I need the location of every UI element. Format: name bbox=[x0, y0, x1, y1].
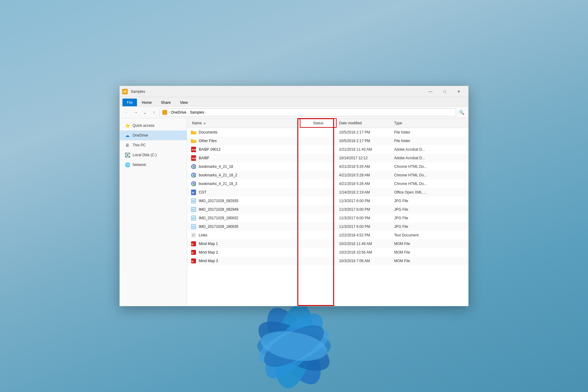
file-date-cell: 10/14/2017 12:12 bbox=[337, 156, 392, 160]
window-controls: — □ ✕ bbox=[424, 86, 466, 97]
file-date-cell: 10/3/2018 7:06 AM bbox=[337, 259, 392, 263]
up-button[interactable]: ↑ bbox=[150, 109, 158, 116]
table-row[interactable]: bookmarks_4_21_18_24/21/2018 5:28 AMChro… bbox=[187, 171, 468, 179]
file-name-text: CGT bbox=[199, 190, 206, 194]
tab-home[interactable]: Home bbox=[137, 98, 156, 106]
col-name-header[interactable]: Name ▲ bbox=[190, 121, 300, 125]
svg-text:JPG: JPG bbox=[192, 200, 195, 202]
sidebar-label-local-disk: Local Disk (C:) bbox=[133, 153, 157, 157]
svg-text:M: M bbox=[191, 243, 194, 246]
recent-locations-button[interactable]: ⌄ bbox=[141, 109, 149, 116]
file-date-cell: 11/3/2017 6:00 PM bbox=[337, 224, 392, 229]
file-list: Name ▲ Status Date modified Type Documen… bbox=[187, 118, 468, 265]
file-name-text: Other Files bbox=[199, 139, 217, 143]
table-row[interactable]: PDFBAIBF10/14/2017 12:12Adobe Acrobat D.… bbox=[187, 154, 468, 162]
table-row[interactable]: Links1/22/2018 4:52 PMText Document bbox=[187, 231, 468, 239]
search-button[interactable]: 🔍 bbox=[458, 109, 465, 116]
back-button[interactable]: ← bbox=[123, 109, 130, 116]
table-row[interactable]: MMind Map 310/3/2018 7:06 AMMOM File bbox=[187, 257, 468, 265]
close-button[interactable]: ✕ bbox=[452, 86, 466, 97]
file-type-cell: Adobe Acrobat D... bbox=[392, 156, 466, 160]
sidebar: ⭐ Quick access ☁ OneDrive 🖥 This PC 💽 Lo… bbox=[120, 118, 187, 306]
sidebar-label-network: Network bbox=[133, 163, 146, 167]
file-date-cell: 2/21/2018 11:43 AM bbox=[337, 147, 392, 152]
svg-text:PDF: PDF bbox=[192, 157, 196, 160]
svg-text:JPG: JPG bbox=[192, 217, 195, 219]
svg-rect-9 bbox=[191, 140, 196, 143]
title-folder-icon: 📁 bbox=[122, 89, 128, 94]
table-row[interactable]: JPGIMG_20171029_09293511/3/2017 6:00 PMJ… bbox=[187, 197, 468, 205]
file-type-cell: Text Document bbox=[392, 233, 466, 237]
table-row[interactable]: bookmarks_4_21_184/21/2018 5:26 AMChrome… bbox=[187, 162, 468, 171]
file-name-text: IMG_20171029_180035 bbox=[199, 224, 238, 229]
quick-access-icon: ⭐ bbox=[125, 123, 130, 128]
explorer-window: 📁 Samples — □ ✕ File Home Share View ← bbox=[119, 86, 469, 306]
file-icon: JPG bbox=[191, 215, 196, 221]
file-date-cell: 10/2/2018 10:56 AM bbox=[337, 250, 392, 254]
table-row[interactable]: PDFBAIBF 090122/21/2018 11:43 AMAdobe Ac… bbox=[187, 145, 468, 154]
file-name-text: Mind Map 3 bbox=[199, 259, 218, 263]
svg-text:W: W bbox=[192, 191, 194, 194]
table-row[interactable]: WCGT1/14/2018 2:19 AMOffice Open XML ... bbox=[187, 188, 468, 197]
tab-view[interactable]: View bbox=[175, 98, 192, 106]
file-type-cell: Chrome HTML Do... bbox=[392, 182, 466, 186]
file-icon: PDF bbox=[191, 155, 196, 161]
path-folder-icon bbox=[162, 110, 167, 115]
file-icon: JPG bbox=[191, 207, 196, 212]
sidebar-item-quick-access[interactable]: ⭐ Quick access bbox=[120, 121, 187, 130]
tab-share[interactable]: Share bbox=[156, 98, 175, 106]
file-icon: M bbox=[191, 241, 196, 247]
table-row[interactable]: MMind Map 110/2/2018 11:49 AMMOM File bbox=[187, 239, 468, 248]
file-list-header: Name ▲ Status Date modified Type bbox=[187, 118, 468, 128]
sidebar-item-network[interactable]: 🌐 Network bbox=[120, 160, 187, 170]
svg-text:JPG: JPG bbox=[192, 209, 195, 211]
svg-rect-8 bbox=[191, 131, 196, 134]
file-type-cell: JPG File bbox=[392, 224, 466, 229]
col-type-header[interactable]: Type bbox=[392, 121, 466, 125]
file-date-cell: 1/14/2018 2:19 AM bbox=[337, 190, 392, 194]
file-type-cell: Chrome HTML Do... bbox=[392, 173, 466, 177]
file-rows-container: Documents10/5/2018 2:17 PMFile folderOth… bbox=[187, 128, 468, 265]
file-date-cell: 11/3/2017 6:00 PM bbox=[337, 199, 392, 203]
minimize-button[interactable]: — bbox=[424, 86, 438, 97]
sidebar-item-onedrive[interactable]: ☁ OneDrive bbox=[120, 130, 187, 140]
sidebar-item-local-disk[interactable]: 💽 Local Disk (C:) bbox=[120, 150, 187, 160]
file-date-cell: 4/21/2018 5:26 AM bbox=[337, 164, 392, 169]
file-icon bbox=[191, 138, 196, 144]
file-name-cell: JPGIMG_20171029_092949 bbox=[190, 207, 300, 212]
table-row[interactable]: bookmarks_4_21_18_34/21/2018 5:28 AMChro… bbox=[187, 179, 468, 188]
file-type-cell: MOM File bbox=[392, 259, 466, 263]
file-name-cell: bookmarks_4_21_18_2 bbox=[190, 172, 300, 178]
col-date-header[interactable]: Date modified bbox=[337, 121, 392, 125]
path-onedrive: OneDrive bbox=[171, 110, 187, 115]
maximize-button[interactable]: □ bbox=[438, 86, 452, 97]
file-name-cell: MMind Map 2 bbox=[190, 250, 300, 255]
file-type-cell: MOM File bbox=[392, 250, 466, 254]
svg-text:M: M bbox=[191, 251, 194, 254]
table-row[interactable]: Documents10/5/2018 2:17 PMFile folder bbox=[187, 128, 468, 137]
svg-text:JPG: JPG bbox=[192, 226, 195, 228]
table-row[interactable]: Other Files10/5/2018 2:17 PMFile folder bbox=[187, 137, 468, 145]
table-row[interactable]: MMind Map 210/2/2018 10:56 AMMOM File bbox=[187, 248, 468, 257]
file-icon bbox=[191, 164, 196, 169]
file-name-text: Documents bbox=[199, 130, 217, 134]
file-name-text: BAIBF bbox=[199, 156, 209, 160]
sidebar-item-this-pc[interactable]: 🖥 This PC bbox=[120, 140, 187, 150]
file-date-cell: 11/3/2017 6:00 PM bbox=[337, 207, 392, 212]
col-status-header[interactable]: Status bbox=[300, 118, 337, 128]
file-name-cell: PDFBAIBF bbox=[190, 155, 300, 161]
address-path[interactable]: › OneDrive › Samples › bbox=[160, 108, 456, 116]
file-type-cell: Adobe Acrobat D... bbox=[392, 147, 466, 152]
tab-file[interactable]: File bbox=[122, 98, 137, 106]
file-icon: M bbox=[191, 258, 196, 264]
table-row[interactable]: JPGIMG_20171029_18003211/3/2017 6:00 PMJ… bbox=[187, 214, 468, 222]
file-type-cell: JPG File bbox=[392, 216, 466, 220]
forward-button[interactable]: → bbox=[132, 109, 139, 116]
file-icon bbox=[191, 172, 196, 178]
table-row[interactable]: JPGIMG_20171029_18003511/3/2017 6:00 PMJ… bbox=[187, 222, 468, 231]
file-name-cell: Links bbox=[190, 232, 300, 238]
file-icon: JPG bbox=[191, 198, 196, 204]
file-name-text: bookmarks_4_21_18 bbox=[199, 164, 233, 169]
table-row[interactable]: JPGIMG_20171029_09294911/3/2017 6:00 PMJ… bbox=[187, 205, 468, 214]
file-type-cell: JPG File bbox=[392, 207, 466, 212]
